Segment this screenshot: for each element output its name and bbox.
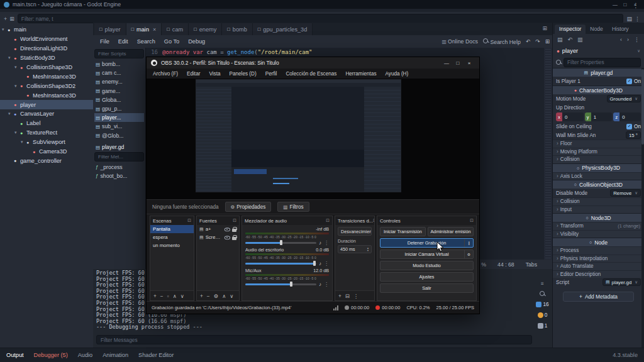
slider-knob[interactable] bbox=[290, 282, 292, 287]
fold-input[interactable]: ›Input bbox=[553, 206, 644, 214]
add-scene-icon[interactable]: + bbox=[153, 293, 157, 299]
pause-recording-button[interactable]: ∥ bbox=[464, 239, 473, 247]
section-Node3D[interactable]: ○Node3D bbox=[553, 213, 644, 222]
properties-button[interactable]: ⚙Propiedades bbox=[225, 202, 272, 212]
expand-arrow[interactable]: ▾ bbox=[8, 111, 14, 116]
indent-type[interactable]: Tabs bbox=[526, 261, 537, 268]
obs-close-button[interactable]: × bbox=[464, 60, 475, 66]
channel-options-icon[interactable]: ⋮ bbox=[324, 240, 329, 246]
script-item[interactable]: ▤game... bbox=[94, 87, 144, 96]
script-menu-debug[interactable]: Debug bbox=[184, 37, 209, 46]
source-Screen_Displ[interactable]: ▤Screen_Displ bbox=[197, 233, 239, 241]
error-count-badge[interactable]: 1 bbox=[538, 322, 548, 329]
inspector-filter-input[interactable] bbox=[564, 58, 641, 67]
float-dock-icon[interactable]: ⊡ bbox=[470, 218, 474, 223]
dropdown[interactable]: Grounded∨ bbox=[607, 95, 641, 102]
scene-un-momento[interactable]: un momento bbox=[150, 241, 194, 250]
filters-button[interactable]: ▥Filtros bbox=[277, 202, 309, 212]
inspector-tab-inspector[interactable]: Inspector bbox=[555, 25, 586, 34]
new-resource-icon[interactable]: ▤ bbox=[556, 36, 564, 43]
scene-tab-player[interactable]: □player bbox=[94, 23, 126, 35]
fold-collision[interactable]: ›Collision bbox=[553, 197, 644, 206]
float-dock-icon[interactable]: ⊡ bbox=[326, 218, 330, 223]
obs-preview-area[interactable] bbox=[147, 79, 479, 199]
obs-menu-ayuda[interactable]: Ayuda (H) bbox=[382, 70, 413, 77]
obs-menu-perfil[interactable]: Perfil bbox=[262, 70, 281, 77]
move-source-up-icon[interactable]: ∧ bbox=[222, 293, 226, 299]
transition-select[interactable]: Desvanecimiento∨ bbox=[338, 227, 372, 236]
obs-menu-editar[interactable]: Editar bbox=[183, 70, 204, 77]
speaker-icon[interactable]: ♪ bbox=[319, 282, 321, 287]
scene-tree-menu-icon[interactable]: ⋮ bbox=[633, 16, 641, 22]
fold-visibility[interactable]: ›Visibility bbox=[553, 230, 644, 238]
vector-y-field[interactable]: y1 bbox=[585, 112, 613, 121]
volume-slider[interactable] bbox=[245, 283, 316, 285]
remove-scene-icon[interactable]: − bbox=[160, 293, 164, 299]
checkbox[interactable]: ✓On bbox=[626, 124, 641, 129]
obs-window[interactable]: OBS 30.0.2 - Perfil: Sin Titulo - Escena… bbox=[146, 57, 480, 314]
spin-field[interactable]: 15 ° bbox=[626, 131, 641, 139]
warning-count-badge[interactable]: 0 bbox=[538, 312, 548, 318]
minimize-button[interactable]: — bbox=[610, 2, 620, 8]
script-item[interactable]: ▤enemy... bbox=[94, 77, 144, 86]
script-menu-edit[interactable]: Edit bbox=[114, 37, 133, 46]
script-item[interactable]: ▤Globa... bbox=[94, 96, 144, 104]
visibility-icon[interactable] bbox=[225, 227, 230, 232]
fold-collision[interactable]: ›Collision bbox=[553, 155, 644, 163]
obs-menu-colección[interactable]: Colección de Escenas bbox=[282, 70, 340, 77]
message-count-badge[interactable]: 16 bbox=[536, 301, 548, 307]
bottom-tab-audio[interactable]: Audio bbox=[78, 352, 93, 358]
slider-knob[interactable] bbox=[313, 261, 316, 266]
fold-floor[interactable]: ›Floor bbox=[553, 140, 644, 148]
section-CollisionObject3D[interactable]: ○CollisionObject3D bbox=[553, 180, 644, 189]
vector-z-field[interactable]: z0 bbox=[613, 112, 641, 121]
visibility-icon[interactable] bbox=[225, 235, 230, 240]
dock-menu-icon[interactable]: ⋮ bbox=[629, 2, 643, 9]
lock-icon[interactable] bbox=[232, 227, 236, 232]
virtual-camera-settings-button[interactable]: ⚙ bbox=[464, 250, 473, 258]
fold-transform[interactable]: ›Transform(1 change) bbox=[553, 222, 644, 230]
add-source-icon[interactable]: + bbox=[200, 293, 203, 299]
fold-editor-description[interactable]: ›Editor Description bbox=[553, 270, 644, 278]
obs-minimize-button[interactable]: — bbox=[441, 60, 452, 66]
edited-object-row[interactable]: ● player ∨ bbox=[553, 45, 644, 57]
scene-espera[interactable]: espera bbox=[150, 233, 194, 241]
obs-menu-archivo[interactable]: Archivo (F) bbox=[149, 70, 182, 77]
section-Node[interactable]: ○Node bbox=[553, 238, 644, 246]
obs-menu-vista[interactable]: Vista bbox=[205, 70, 224, 77]
section-PhysicsBody3D[interactable]: ○PhysicsBody3D bbox=[553, 163, 644, 172]
expand-arrow[interactable]: ▾ bbox=[21, 140, 26, 145]
transition-menu-icon[interactable]: ⋮ bbox=[353, 293, 358, 299]
expand-editor-icon[interactable]: ⊞ bbox=[538, 25, 551, 31]
attach-script-button[interactable]: ▤ bbox=[625, 16, 633, 22]
script-item[interactable]: ▤@Glob... bbox=[94, 131, 144, 140]
obs-menu-paneles[interactable]: Paneles (D) bbox=[225, 70, 260, 77]
section-CharacterBody3D[interactable]: ●CharacterBody3D bbox=[553, 85, 644, 94]
expand-arrow[interactable]: ▾ bbox=[14, 130, 20, 135]
scene-tab-main[interactable]: □main× bbox=[126, 23, 162, 35]
stop-recording-button[interactable]: Detener Grabación∥ bbox=[380, 238, 474, 248]
back-icon[interactable]: ‹ bbox=[619, 36, 623, 43]
script-filter-input[interactable] bbox=[94, 49, 144, 58]
history-back-icon[interactable]: ↶ bbox=[526, 38, 530, 45]
scene-tab-bomb[interactable]: □bomb bbox=[222, 23, 253, 35]
bottom-tab-shader[interactable]: Shader Editor bbox=[138, 352, 174, 358]
studio-mode-button[interactable]: Modo Estudio bbox=[380, 261, 474, 270]
output-options-icon[interactable]: ≡ bbox=[541, 280, 544, 287]
bottom-tab-output[interactable]: Output bbox=[6, 352, 24, 358]
close-tab-icon[interactable]: × bbox=[153, 26, 156, 33]
float-dock-icon[interactable]: ⊡ bbox=[187, 218, 191, 223]
resource-field[interactable]: ▤player.gd∨ bbox=[602, 278, 641, 286]
volume-slider[interactable] bbox=[245, 242, 316, 244]
script-menu-search[interactable]: Search bbox=[133, 37, 160, 46]
inspector-menu-icon[interactable]: ⋮ bbox=[633, 36, 641, 43]
add-metadata-button[interactable]: +Add Metadata bbox=[563, 292, 634, 302]
volume-slider[interactable] bbox=[245, 263, 316, 265]
speaker-icon[interactable]: ♪ bbox=[319, 261, 321, 266]
speaker-icon[interactable]: ♪ bbox=[319, 240, 321, 246]
fold-process[interactable]: ›Process bbox=[553, 246, 644, 255]
inspector-scrollbar[interactable] bbox=[641, 68, 644, 348]
script-item[interactable]: ▤bomb... bbox=[94, 60, 144, 69]
channel-options-icon[interactable]: ⋮ bbox=[324, 282, 329, 287]
script-menu-file[interactable]: File bbox=[96, 37, 114, 46]
